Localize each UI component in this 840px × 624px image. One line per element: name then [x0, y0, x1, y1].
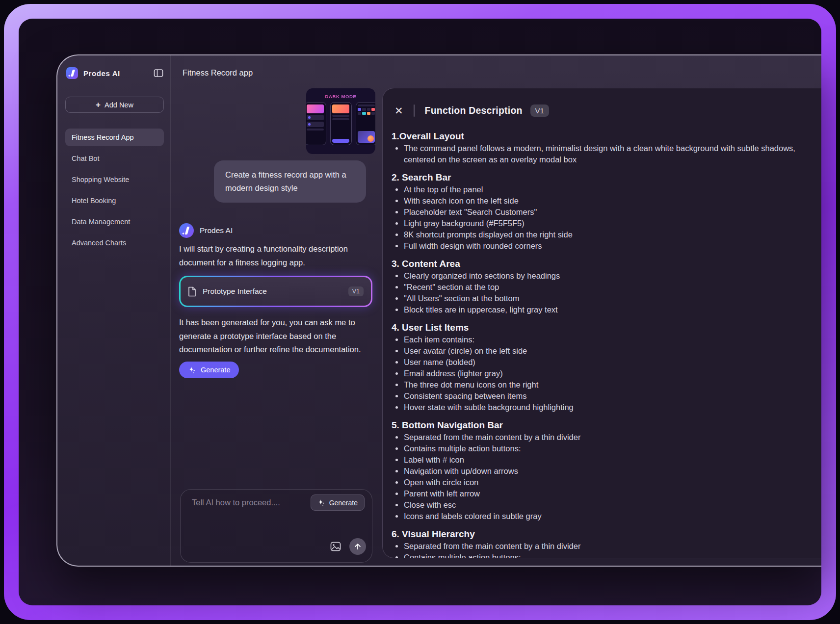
section-bullet: Light gray background (#F5F5F5) — [404, 218, 796, 229]
section-bullet: At the top of the panel — [404, 184, 796, 195]
section-bullet: Contains multiple action buttons: — [404, 552, 796, 558]
sidebar-item-data-management[interactable]: Data Management — [65, 213, 164, 231]
chat-column: Fitness Record app DARK MODE — [171, 55, 381, 566]
mockup-row — [307, 115, 324, 120]
header-divider — [414, 104, 415, 117]
doc-panel-header: ✕ Function Description V1 — [383, 88, 821, 121]
app-window: ✦ Prodes AI + Add New Fitness Record App… — [56, 54, 821, 567]
mockup-grid — [358, 108, 375, 115]
section-bullet: "Recent" section at the top — [404, 282, 796, 293]
prototype-interface-card[interactable]: Prototype Interface V1 — [179, 276, 372, 307]
mockup-title: DARK MODE — [306, 94, 375, 99]
sparkle-icon — [188, 366, 196, 374]
user-message-text: Create a fitness record app with a moder… — [225, 170, 346, 192]
section-bullet: With search icon on the left side — [404, 195, 796, 207]
sidebar-header: ✦ Prodes AI — [66, 66, 163, 80]
section-bullet: Open with circle icon — [404, 477, 796, 488]
artifact-title: Prototype Interface — [203, 287, 267, 296]
add-new-label: Add New — [105, 101, 133, 109]
phone-frame — [330, 102, 352, 145]
section-bullet: User name (bolded) — [404, 357, 796, 368]
phone-frame — [356, 102, 376, 145]
composer-generate-label: Generate — [329, 499, 358, 507]
section-bullet: The three dot menu icons on the right — [404, 379, 796, 390]
brand-name: Prodes AI — [83, 69, 120, 78]
sidebar-list: Fitness Record AppChat BotShopping Websi… — [65, 129, 164, 255]
generate-label: Generate — [201, 366, 230, 374]
sidebar-item-hotel-booking[interactable]: Hotel Booking — [65, 192, 164, 209]
page-title: Fitness Record app — [183, 68, 253, 78]
sidebar: ✦ Prodes AI + Add New Fitness Record App… — [57, 55, 171, 566]
section-bullet: Block titles are in uppercase, light gra… — [404, 304, 796, 315]
sidebar-item-chat-bot[interactable]: Chat Bot — [65, 150, 164, 167]
assistant-message: It has been generated for you, you can a… — [179, 316, 371, 357]
composer-input[interactable] — [191, 497, 314, 531]
assistant-identity: ✦ Prodes AI — [179, 223, 233, 238]
assistant-message: I will start by creating a functionality… — [179, 242, 371, 269]
section-bullet: Hover state with subtle background highl… — [404, 402, 796, 413]
mockup-line — [332, 118, 349, 120]
doc-panel-title: Function Description — [425, 105, 523, 116]
mockup-row — [307, 122, 324, 127]
section-bullet: Each item contains: — [404, 334, 796, 345]
document-icon — [188, 286, 196, 297]
mockup-line — [332, 115, 349, 117]
mockup-line — [307, 129, 324, 130]
section-bullet: Navigation with up/down arrows — [404, 466, 796, 477]
section-bullet: User avatar (circle) on the left side — [404, 345, 796, 357]
close-icon[interactable]: ✕ — [394, 105, 403, 116]
brand-logo-icon: ✦ — [66, 67, 78, 79]
section-bullet: 8K shortcut prompts displayed on the rig… — [404, 229, 796, 240]
mockup-card — [332, 104, 349, 113]
section-bullet: Separated from the main content by a thi… — [404, 541, 796, 552]
section-bullet: Email address (lighter gray) — [404, 368, 796, 379]
assistant-avatar: ✦ — [179, 223, 194, 238]
section-bullet: Separated from the main content by a thi… — [404, 432, 796, 443]
sidebar-item-shopping-website[interactable]: Shopping Website — [65, 171, 164, 188]
section-bullet: Consistent spacing between items — [404, 390, 796, 402]
section-heading: 2. Search Bar — [392, 171, 796, 184]
mockup-chart — [358, 131, 375, 143]
attach-image-icon[interactable] — [330, 541, 341, 552]
sidebar-toggle-icon[interactable] — [154, 69, 163, 78]
section-bullet: "All Users" section at the bottom — [404, 293, 796, 304]
logo-sparkle-icon: ✦ — [182, 232, 185, 235]
sparkle-icon — [317, 499, 325, 507]
generate-button[interactable]: Generate — [179, 362, 239, 378]
up-arrow-icon — [353, 542, 362, 551]
design-preview-thumbnail[interactable]: DARK MODE — [306, 88, 375, 154]
artifact-version-badge: V1 — [348, 286, 364, 296]
sidebar-item-fitness-record-app[interactable]: Fitness Record App — [65, 129, 164, 146]
assistant-name: Prodes AI — [200, 226, 233, 235]
phone-frame — [306, 102, 326, 145]
section-bullets: Each item contains:User avatar (circle) … — [392, 334, 796, 413]
section-bullets: Separated from the main content by a thi… — [392, 541, 796, 558]
section-bullet: Icons and labels colored in subtle gray — [404, 511, 796, 522]
section-bullets: The command panel follows a modern, mini… — [392, 143, 796, 165]
mockup-button — [332, 139, 349, 143]
send-button[interactable] — [349, 538, 366, 555]
page: ✦ Prodes AI + Add New Fitness Record App… — [0, 0, 840, 624]
section-bullet: Close with esc — [404, 499, 796, 511]
section-bullet: The command panel follows a modern, mini… — [404, 143, 796, 165]
section-heading: 5. Bottom Navigation Bar — [392, 419, 796, 432]
add-new-button[interactable]: + Add New — [65, 97, 164, 113]
section-bullets: Separated from the main content by a thi… — [392, 432, 796, 522]
section-heading: 3. Content Area — [392, 258, 796, 270]
version-badge: V1 — [530, 104, 549, 117]
logo-bar — [185, 227, 190, 234]
section-heading: 1.Overall Layout — [392, 130, 796, 143]
section-bullet: Parent with left arrow — [404, 488, 796, 499]
mockup-line — [358, 104, 375, 106]
function-description-panel: ✕ Function Description V1 1.Overall Layo… — [382, 88, 821, 558]
section-heading: 6. Visual Hierarchy — [392, 528, 796, 541]
composer[interactable]: Generate — [180, 489, 372, 563]
sidebar-item-advanced-charts[interactable]: Advanced Charts — [65, 234, 164, 252]
section-bullets: Clearly organized into sections by headi… — [392, 270, 796, 315]
section-heading: 4. User List Items — [392, 321, 796, 334]
doc-sections: 1.Overall LayoutThe command panel follow… — [392, 124, 796, 558]
composer-generate-button[interactable]: Generate — [311, 494, 365, 511]
prototype-interface-card-inner: Prototype Interface V1 — [181, 277, 371, 306]
section-bullets: At the top of the panelWith search icon … — [392, 184, 796, 252]
section-bullet: Full width design with rounded corners — [404, 240, 796, 252]
